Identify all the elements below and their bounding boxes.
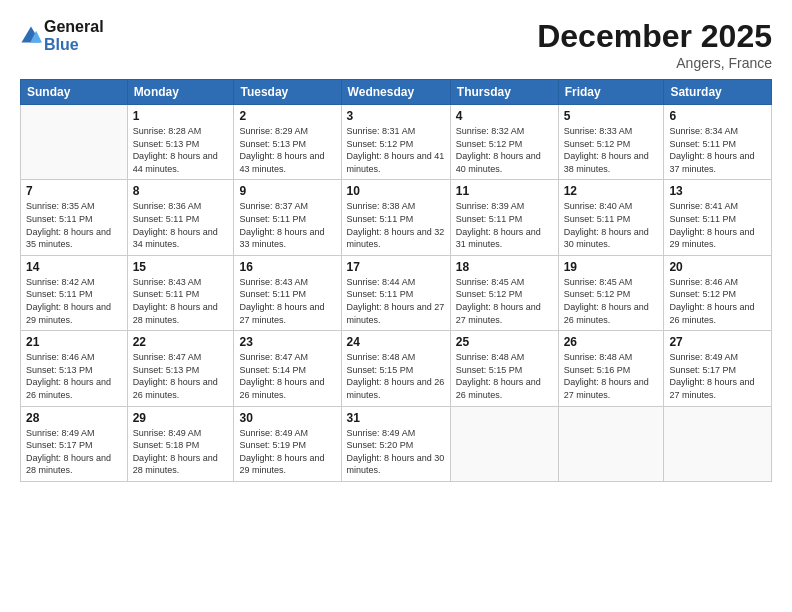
day-info: Sunrise: 8:38 AM Sunset: 5:11 PM Dayligh… — [347, 200, 445, 250]
day-number: 22 — [133, 335, 229, 349]
table-row: 28 Sunrise: 8:49 AM Sunset: 5:17 PM Dayl… — [21, 406, 128, 481]
table-row: 4 Sunrise: 8:32 AM Sunset: 5:12 PM Dayli… — [450, 105, 558, 180]
logo-blue: Blue — [44, 36, 104, 54]
table-row: 31 Sunrise: 8:49 AM Sunset: 5:20 PM Dayl… — [341, 406, 450, 481]
day-info: Sunrise: 8:41 AM Sunset: 5:11 PM Dayligh… — [669, 200, 766, 250]
location: Angers, France — [537, 55, 772, 71]
day-info: Sunrise: 8:45 AM Sunset: 5:12 PM Dayligh… — [564, 276, 659, 326]
table-row: 13 Sunrise: 8:41 AM Sunset: 5:11 PM Dayl… — [664, 180, 772, 255]
day-number: 31 — [347, 411, 445, 425]
table-row: 20 Sunrise: 8:46 AM Sunset: 5:12 PM Dayl… — [664, 255, 772, 330]
col-friday: Friday — [558, 80, 664, 105]
day-number: 27 — [669, 335, 766, 349]
col-thursday: Thursday — [450, 80, 558, 105]
table-row: 21 Sunrise: 8:46 AM Sunset: 5:13 PM Dayl… — [21, 331, 128, 406]
day-number: 14 — [26, 260, 122, 274]
table-row: 3 Sunrise: 8:31 AM Sunset: 5:12 PM Dayli… — [341, 105, 450, 180]
table-row — [21, 105, 128, 180]
day-number: 29 — [133, 411, 229, 425]
day-number: 25 — [456, 335, 553, 349]
day-info: Sunrise: 8:40 AM Sunset: 5:11 PM Dayligh… — [564, 200, 659, 250]
col-saturday: Saturday — [664, 80, 772, 105]
table-row: 10 Sunrise: 8:38 AM Sunset: 5:11 PM Dayl… — [341, 180, 450, 255]
day-info: Sunrise: 8:39 AM Sunset: 5:11 PM Dayligh… — [456, 200, 553, 250]
day-number: 16 — [239, 260, 335, 274]
day-info: Sunrise: 8:45 AM Sunset: 5:12 PM Dayligh… — [456, 276, 553, 326]
table-row: 14 Sunrise: 8:42 AM Sunset: 5:11 PM Dayl… — [21, 255, 128, 330]
calendar-week-row: 7 Sunrise: 8:35 AM Sunset: 5:11 PM Dayli… — [21, 180, 772, 255]
table-row: 5 Sunrise: 8:33 AM Sunset: 5:12 PM Dayli… — [558, 105, 664, 180]
table-row: 16 Sunrise: 8:43 AM Sunset: 5:11 PM Dayl… — [234, 255, 341, 330]
col-sunday: Sunday — [21, 80, 128, 105]
table-row: 29 Sunrise: 8:49 AM Sunset: 5:18 PM Dayl… — [127, 406, 234, 481]
day-number: 17 — [347, 260, 445, 274]
day-number: 3 — [347, 109, 445, 123]
day-number: 15 — [133, 260, 229, 274]
day-number: 21 — [26, 335, 122, 349]
calendar-week-row: 21 Sunrise: 8:46 AM Sunset: 5:13 PM Dayl… — [21, 331, 772, 406]
day-info: Sunrise: 8:34 AM Sunset: 5:11 PM Dayligh… — [669, 125, 766, 175]
day-info: Sunrise: 8:31 AM Sunset: 5:12 PM Dayligh… — [347, 125, 445, 175]
day-number: 23 — [239, 335, 335, 349]
day-number: 19 — [564, 260, 659, 274]
table-row: 23 Sunrise: 8:47 AM Sunset: 5:14 PM Dayl… — [234, 331, 341, 406]
day-info: Sunrise: 8:33 AM Sunset: 5:12 PM Dayligh… — [564, 125, 659, 175]
day-info: Sunrise: 8:47 AM Sunset: 5:13 PM Dayligh… — [133, 351, 229, 401]
day-info: Sunrise: 8:49 AM Sunset: 5:17 PM Dayligh… — [669, 351, 766, 401]
day-info: Sunrise: 8:49 AM Sunset: 5:20 PM Dayligh… — [347, 427, 445, 477]
table-row: 15 Sunrise: 8:43 AM Sunset: 5:11 PM Dayl… — [127, 255, 234, 330]
table-row: 8 Sunrise: 8:36 AM Sunset: 5:11 PM Dayli… — [127, 180, 234, 255]
table-row: 17 Sunrise: 8:44 AM Sunset: 5:11 PM Dayl… — [341, 255, 450, 330]
day-info: Sunrise: 8:44 AM Sunset: 5:11 PM Dayligh… — [347, 276, 445, 326]
table-row — [450, 406, 558, 481]
table-row: 19 Sunrise: 8:45 AM Sunset: 5:12 PM Dayl… — [558, 255, 664, 330]
day-number: 10 — [347, 184, 445, 198]
day-info: Sunrise: 8:49 AM Sunset: 5:17 PM Dayligh… — [26, 427, 122, 477]
table-row: 25 Sunrise: 8:48 AM Sunset: 5:15 PM Dayl… — [450, 331, 558, 406]
table-row: 1 Sunrise: 8:28 AM Sunset: 5:13 PM Dayli… — [127, 105, 234, 180]
day-info: Sunrise: 8:32 AM Sunset: 5:12 PM Dayligh… — [456, 125, 553, 175]
table-row: 2 Sunrise: 8:29 AM Sunset: 5:13 PM Dayli… — [234, 105, 341, 180]
day-number: 13 — [669, 184, 766, 198]
day-number: 9 — [239, 184, 335, 198]
day-info: Sunrise: 8:48 AM Sunset: 5:15 PM Dayligh… — [456, 351, 553, 401]
logo-general: General — [44, 18, 104, 36]
col-monday: Monday — [127, 80, 234, 105]
day-info: Sunrise: 8:48 AM Sunset: 5:16 PM Dayligh… — [564, 351, 659, 401]
logo-icon — [20, 25, 42, 47]
table-row: 11 Sunrise: 8:39 AM Sunset: 5:11 PM Dayl… — [450, 180, 558, 255]
table-row: 9 Sunrise: 8:37 AM Sunset: 5:11 PM Dayli… — [234, 180, 341, 255]
page: General Blue December 2025 Angers, Franc… — [0, 0, 792, 612]
day-number: 18 — [456, 260, 553, 274]
day-info: Sunrise: 8:43 AM Sunset: 5:11 PM Dayligh… — [239, 276, 335, 326]
day-info: Sunrise: 8:28 AM Sunset: 5:13 PM Dayligh… — [133, 125, 229, 175]
day-number: 6 — [669, 109, 766, 123]
day-number: 8 — [133, 184, 229, 198]
day-info: Sunrise: 8:47 AM Sunset: 5:14 PM Dayligh… — [239, 351, 335, 401]
day-info: Sunrise: 8:46 AM Sunset: 5:12 PM Dayligh… — [669, 276, 766, 326]
day-number: 30 — [239, 411, 335, 425]
day-info: Sunrise: 8:49 AM Sunset: 5:18 PM Dayligh… — [133, 427, 229, 477]
table-row — [664, 406, 772, 481]
month-title: December 2025 — [537, 18, 772, 55]
calendar-week-row: 1 Sunrise: 8:28 AM Sunset: 5:13 PM Dayli… — [21, 105, 772, 180]
day-info: Sunrise: 8:42 AM Sunset: 5:11 PM Dayligh… — [26, 276, 122, 326]
day-number: 26 — [564, 335, 659, 349]
title-block: December 2025 Angers, France — [537, 18, 772, 71]
table-row: 22 Sunrise: 8:47 AM Sunset: 5:13 PM Dayl… — [127, 331, 234, 406]
day-info: Sunrise: 8:29 AM Sunset: 5:13 PM Dayligh… — [239, 125, 335, 175]
calendar: Sunday Monday Tuesday Wednesday Thursday… — [20, 79, 772, 482]
table-row — [558, 406, 664, 481]
table-row: 6 Sunrise: 8:34 AM Sunset: 5:11 PM Dayli… — [664, 105, 772, 180]
table-row: 30 Sunrise: 8:49 AM Sunset: 5:19 PM Dayl… — [234, 406, 341, 481]
day-number: 1 — [133, 109, 229, 123]
calendar-week-row: 28 Sunrise: 8:49 AM Sunset: 5:17 PM Dayl… — [21, 406, 772, 481]
table-row: 7 Sunrise: 8:35 AM Sunset: 5:11 PM Dayli… — [21, 180, 128, 255]
col-wednesday: Wednesday — [341, 80, 450, 105]
table-row: 26 Sunrise: 8:48 AM Sunset: 5:16 PM Dayl… — [558, 331, 664, 406]
day-number: 28 — [26, 411, 122, 425]
day-info: Sunrise: 8:35 AM Sunset: 5:11 PM Dayligh… — [26, 200, 122, 250]
day-info: Sunrise: 8:37 AM Sunset: 5:11 PM Dayligh… — [239, 200, 335, 250]
day-number: 11 — [456, 184, 553, 198]
day-number: 7 — [26, 184, 122, 198]
